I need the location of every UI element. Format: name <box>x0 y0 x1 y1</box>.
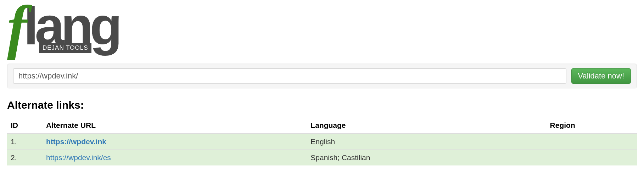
logo-letter-f: f <box>7 3 24 51</box>
logo: flang DEJAN TOOLS <box>7 0 119 56</box>
col-lang: Language <box>307 118 546 134</box>
cell-id: 2. <box>7 150 43 166</box>
table-header-row: ID Alternate URL Language Region <box>7 118 637 134</box>
cell-url: https://wpdev.ink <box>43 134 307 150</box>
col-url: Alternate URL <box>43 118 307 134</box>
alternate-url-link[interactable]: https://wpdev.ink/es <box>46 153 111 162</box>
cell-id: 1. <box>7 134 43 150</box>
results-table: ID Alternate URL Language Region 1.https… <box>7 118 637 165</box>
col-id: ID <box>7 118 43 134</box>
table-body: 1.https://wpdev.inkEnglish2.https://wpde… <box>7 134 637 165</box>
search-bar: Validate now! <box>7 64 637 88</box>
validate-button[interactable]: Validate now! <box>571 68 631 84</box>
col-region: Region <box>547 118 637 134</box>
cell-language: English <box>307 134 546 150</box>
cell-url: https://wpdev.ink/es <box>43 150 307 166</box>
cell-region <box>547 150 637 166</box>
section-heading: Alternate links: <box>7 99 637 111</box>
logo-text: flang <box>7 0 119 48</box>
alternate-url-link[interactable]: https://wpdev.ink <box>46 137 106 146</box>
table-row: 2.https://wpdev.ink/esSpanish; Castilian <box>7 150 637 166</box>
url-input[interactable] <box>13 68 566 84</box>
logo-letters-rest: lang <box>24 5 119 47</box>
logo-block: flang DEJAN TOOLS <box>7 0 637 60</box>
cell-region <box>547 134 637 150</box>
logo-subtitle: DEJAN TOOLS <box>39 43 91 53</box>
table-row: 1.https://wpdev.inkEnglish <box>7 134 637 150</box>
cell-language: Spanish; Castilian <box>307 150 546 166</box>
